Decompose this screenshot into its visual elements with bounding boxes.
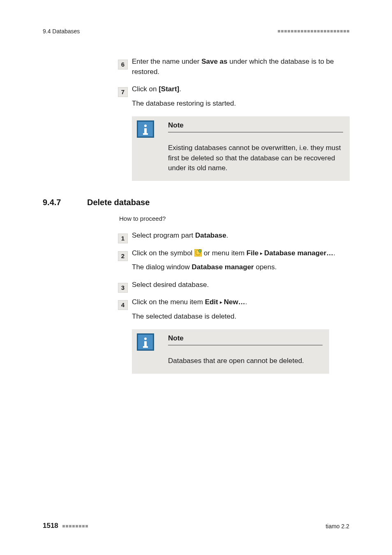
menu-separator-icon: ▸	[220, 299, 222, 306]
restore-step-7: 7 Click on [Start]. The database restori…	[43, 84, 349, 109]
info-icon	[137, 333, 154, 351]
step-result: The selected database is deleted.	[132, 312, 349, 322]
section-title: Delete database	[87, 197, 150, 208]
header-decoration	[278, 30, 349, 32]
step-text: Select desired database.	[132, 280, 349, 290]
step-number: 3	[118, 283, 128, 293]
restore-step-6: 6 Enter the name under Save as under whi…	[43, 57, 349, 77]
step-text: Click on the menu item Edit▸New….	[132, 297, 349, 308]
note-body: Databases that are open cannot be delete…	[168, 356, 323, 366]
section-path: 9.4 Databases	[43, 27, 80, 35]
svg-point-3	[199, 250, 200, 251]
note-title: Note	[168, 333, 323, 346]
main-content: 6 Enter the name under Save as under whi…	[43, 49, 349, 374]
step-result: The database restoring is started.	[132, 99, 349, 109]
delete-step-2: 2 Click on the symbol or menu item File▸…	[43, 248, 349, 273]
page-header: 9.4 Databases	[43, 27, 349, 35]
delete-step-3: 3 Select desired database.	[43, 280, 349, 290]
note-title: Note	[168, 120, 343, 133]
page-number: 1518	[43, 521, 58, 531]
step-text: Click on the symbol or menu item File▸Da…	[132, 248, 349, 259]
section-heading: 9.4.7 Delete database	[43, 197, 349, 208]
delete-step-4: 4 Click on the menu item Edit▸New…. The …	[43, 297, 349, 321]
step-result: The dialog window Database manager opens…	[132, 262, 349, 273]
section-number: 9.4.7	[43, 197, 67, 208]
footer-decoration	[62, 525, 88, 527]
page-footer: 1518 tiamo 2.2	[43, 521, 349, 531]
step-number: 1	[118, 234, 128, 243]
footer-left: 1518	[43, 521, 88, 531]
step-text: Click on [Start].	[132, 84, 349, 95]
menu-separator-icon: ▸	[260, 250, 263, 257]
note-body: Existing databases cannot be overwritten…	[168, 143, 343, 173]
database-manager-icon	[194, 249, 202, 257]
step-number: 4	[118, 300, 128, 310]
product-name: tiamo 2.2	[325, 522, 349, 530]
note-panel-restore: Note Existing databases cannot be overwr…	[132, 116, 350, 181]
step-number: 7	[118, 87, 128, 97]
howto-prompt: How to proceed?	[119, 214, 349, 223]
step-number: 6	[118, 60, 128, 69]
info-icon	[137, 120, 154, 138]
step-text: Select program part Database.	[132, 231, 349, 241]
delete-step-1: 1 Select program part Database.	[43, 231, 349, 241]
step-number: 2	[118, 251, 128, 261]
step-text: Enter the name under Save as under which…	[132, 57, 349, 77]
note-panel-delete: Note Databases that are open cannot be d…	[132, 329, 329, 374]
